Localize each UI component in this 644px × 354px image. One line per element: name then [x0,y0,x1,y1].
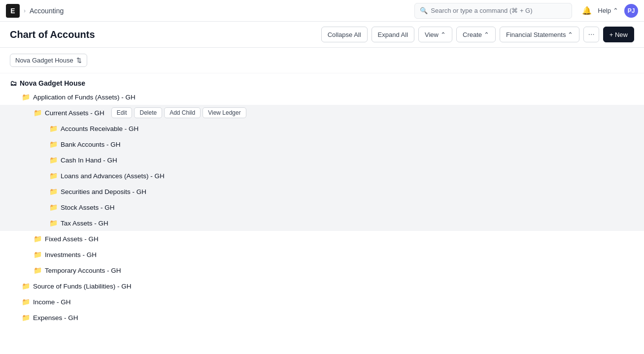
create-label: Create [463,31,482,38]
row-label: Source of Funds (Liabilities) - GH [33,283,132,290]
financial-label: Financial Statements [506,31,566,38]
folder-icon: 📁 [49,203,58,211]
row-label: Stock Assets - GH [61,204,115,211]
folder-icon: 📁 [49,219,58,227]
tree-row-stock-assets[interactable]: 📁 Stock Assets - GH [0,199,644,215]
view-ledger-button[interactable]: View Ledger [203,107,246,118]
row-label: Investments - GH [45,251,97,258]
new-button[interactable]: + New [603,27,634,42]
tree-row-application-of-funds[interactable]: 📁 Application of Funds (Assets) - GH [0,89,644,105]
view-button[interactable]: View ⌃ [418,27,452,42]
folder-icon: 📁 [49,140,58,148]
row-label: Fixed Assets - GH [45,235,99,243]
tree-row-investments[interactable]: 📁 Investments - GH [0,247,644,262]
folder-icon: 📁 [34,109,42,117]
company-selector-wrapper: Nova Gadget House ⇅ [0,48,644,73]
add-child-button[interactable]: Add Child [164,107,201,118]
tree-row-securities-deposits[interactable]: 📁 Securities and Deposits - GH [0,184,644,199]
delete-button[interactable]: Delete [134,107,162,118]
toolbar: Chart of Accounts Collapse All Expand Al… [0,22,644,48]
folder-icon: 📁 [22,282,30,290]
page-title: Chart of Accounts [10,29,95,40]
view-chevron-icon: ⌃ [441,31,446,38]
create-button[interactable]: Create ⌃ [456,27,496,42]
folder-icon: 📁 [22,298,30,306]
chart-of-accounts-tree: 🗂 Nova Gadget House 📁 Application of Fun… [0,73,644,327]
edit-button[interactable]: Edit [111,107,133,118]
row-label: Cash In Hand - GH [61,157,117,164]
search-icon: 🔍 [420,7,428,14]
row-label: Securities and Deposits - GH [61,188,146,195]
collapse-all-button[interactable]: Collapse All [321,27,368,42]
help-chevron-icon: ⌃ [613,7,618,14]
tree-row-tax-assets[interactable]: 📁 Tax Assets - GH [0,215,644,231]
row-label: Expenses - GH [33,314,78,322]
tree-row-temporary-accounts[interactable]: 📁 Temporary Accounts - GH [0,262,644,278]
tree-row-accounts-receivable[interactable]: 📁 Accounts Receivable - GH [0,121,644,136]
tree-row-bank-accounts[interactable]: 📁 Bank Accounts - GH [0,136,644,152]
row-label: Current Assets - GH [45,109,104,117]
company-selector-chevron-icon: ⇅ [76,57,82,64]
company-name: Nova Gadget House [15,57,73,64]
navbar-right: 🔔 Help ⌃ PJ [582,4,638,18]
tree-row-current-assets[interactable]: 📁 Current Assets - GH Edit Delete Add Ch… [0,105,644,121]
financial-chevron-icon: ⌃ [568,31,573,38]
row-label: Accounts Receivable - GH [61,125,138,132]
help-label: Help [598,7,611,14]
search-placeholder: Search or type a command (⌘ + G) [431,7,532,14]
tree-row-fixed-assets[interactable]: 📁 Fixed Assets - GH [0,231,644,247]
expand-all-button[interactable]: Expand All [372,27,414,42]
financial-statements-button[interactable]: Financial Statements ⌃ [500,27,579,42]
app-logo: E [6,4,20,18]
row-label: Bank Accounts - GH [61,141,121,148]
view-label: View [425,31,439,38]
avatar[interactable]: PJ [624,4,638,18]
tree-row-source-of-funds[interactable]: 📁 Source of Funds (Liabilities) - GH [0,278,644,294]
row-label: Temporary Accounts - GH [45,267,121,274]
row-label: Income - GH [33,298,71,306]
search-bar[interactable]: 🔍 Search or type a command (⌘ + G) [414,3,572,19]
notification-bell-icon[interactable]: 🔔 [582,6,592,15]
breadcrumb-accounting[interactable]: Accounting [30,7,64,15]
more-options-button[interactable]: ··· [583,27,599,42]
company-selector[interactable]: Nova Gadget House ⇅ [10,54,87,67]
row-label: Loans and Advances (Assets) - GH [61,172,165,180]
root-folder-icon: 🗂 [10,79,17,87]
row-label: Tax Assets - GH [61,220,108,227]
folder-icon: 📁 [49,156,58,164]
folder-icon: 📁 [49,172,58,180]
action-buttons: Edit Delete Add Child View Ledger [111,107,246,118]
breadcrumb-chevron: › [24,7,26,14]
folder-icon: 📁 [22,314,30,322]
row-label: Application of Funds (Assets) - GH [33,94,136,101]
tree-row-income[interactable]: 📁 Income - GH [0,294,644,310]
root-label: 🗂 Nova Gadget House [0,75,644,89]
tree-row-loans-advances[interactable]: 📁 Loans and Advances (Assets) - GH [0,168,644,184]
help-menu[interactable]: Help ⌃ [598,7,618,14]
root-label-text: Nova Gadget House [20,79,85,87]
folder-icon: 📁 [34,235,42,243]
folder-icon: 📁 [22,93,30,101]
folder-icon: 📁 [49,188,58,195]
create-chevron-icon: ⌃ [484,31,489,38]
folder-icon: 📁 [49,125,58,132]
tree-row-expenses[interactable]: 📁 Expenses - GH [0,310,644,325]
folder-icon: 📁 [34,266,42,274]
folder-icon: 📁 [34,251,42,258]
navbar: E › Accounting 🔍 Search or type a comman… [0,0,644,22]
tree-row-cash-in-hand[interactable]: 📁 Cash In Hand - GH [0,152,644,168]
